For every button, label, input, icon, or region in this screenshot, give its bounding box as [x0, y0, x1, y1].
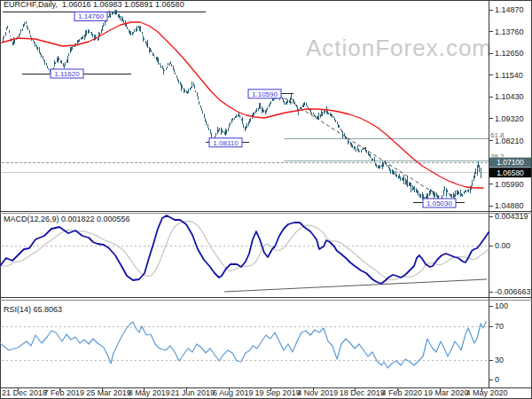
macd-signal-line [0, 222, 489, 280]
date-axis-label: 19 Sep 2019 [255, 388, 301, 397]
date-axis-label: 18 Dec 2019 [340, 388, 385, 397]
rsi-axis-label: 0 [495, 375, 499, 384]
price-level-box-label: 1.11620 [54, 70, 80, 78]
macd-line [0, 215, 489, 284]
rsi-axis-label: 100 [495, 301, 508, 310]
date-axis-label: 4 May 2020 [466, 388, 508, 397]
date-axis-label: 21 Dec 2018 [2, 388, 47, 397]
chart-symbol-title: EURCHF,Daily, [4, 0, 58, 9]
price-axis-label: 1.09320 [495, 114, 524, 123]
rsi-axis-label: 30 [495, 356, 504, 364]
date-axis-label: 25 Mar 2019 [86, 388, 131, 397]
date-axis-label: 6 Aug 2019 [213, 388, 254, 397]
price-axis-tag-label: 1.07100 [497, 158, 524, 167]
rsi-axis-label: 70 [495, 322, 504, 331]
price-axis-label: 1.10430 [495, 92, 524, 101]
price-level-box-label: 1.10590 [252, 90, 278, 98]
date-axis-label: 4 Nov 2019 [297, 388, 338, 397]
macd-axis-label: 0.004319 [495, 212, 528, 221]
price-axis-label: 1.11540 [495, 71, 523, 80]
chart-ohlc-values: 1.06016 1.06983 1.05891 1.06580 [62, 0, 184, 9]
descending-trendline [274, 91, 442, 198]
price-axis-label: 1.05990 [495, 180, 524, 189]
actionforex-watermark: ActionForex.com [306, 35, 492, 61]
rsi-indicator-label: RSI(14) 65.8063 [4, 305, 62, 314]
price-axis-tag-label: 1.06580 [497, 168, 524, 177]
price-axis-label: 1.14870 [495, 5, 524, 14]
price-axis-label: 1.12650 [495, 49, 524, 58]
macd-support-trendline [224, 279, 487, 292]
rsi-line [0, 322, 486, 368]
date-axis-label: 7 Feb 2019 [44, 388, 85, 397]
price-level-box-label: 1.08110 [213, 139, 239, 147]
macd-indicator-label: MACD(12,26,9) 0.001822 0.000556 [4, 215, 130, 223]
price-axis-label: 1.13760 [495, 27, 524, 36]
date-axis-label: 8 May 2019 [129, 388, 170, 397]
macd-axis-label: -0.006663 [495, 287, 531, 296]
date-axis-label: 4 Feb 2020 [381, 388, 422, 397]
eurchf-daily-chart: ActionForex.com 61.838.21.147601.116201.… [0, 0, 532, 399]
price-level-box-label: 1.14760 [78, 12, 104, 20]
price-level-box-label: 1.05030 [426, 200, 452, 207]
price-axis-label: 1.04880 [495, 201, 524, 210]
date-axis-label: 19 Mar 2020 [424, 388, 469, 397]
price-axis-label: 1.08210 [495, 137, 524, 145]
eurchf-daily-chart-window: ActionForex.com 61.838.21.147601.116201.… [0, 0, 532, 399]
date-axis-label: 21 Jun 2019 [170, 388, 215, 397]
macd-axis-label: 0.00 [495, 241, 511, 250]
